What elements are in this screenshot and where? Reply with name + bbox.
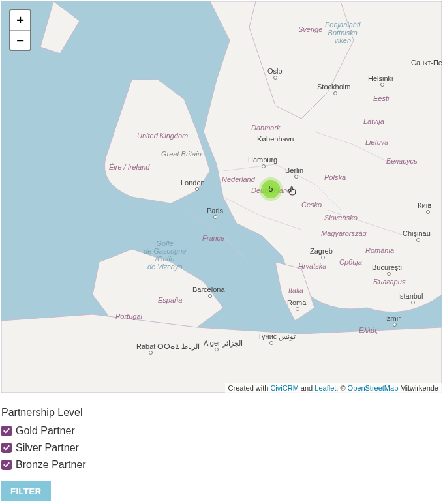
- filter-panel: Partnership Level Gold Partner Silver Pa…: [0, 394, 443, 504]
- check-icon: [3, 444, 10, 452]
- filter-label-bronze: Bronze Partner: [16, 459, 86, 471]
- checkbox-bronze[interactable]: [1, 460, 12, 470]
- check-icon: [3, 461, 10, 469]
- filter-label-silver: Silver Partner: [16, 442, 79, 454]
- attr-suffix: Mitwirkende: [398, 384, 438, 392]
- zoom-out-button[interactable]: −: [10, 30, 30, 50]
- filter-label-gold: Gold Partner: [16, 425, 75, 437]
- attr-osm-link[interactable]: OpenStreetMap: [348, 384, 399, 392]
- map-attribution: Created with CiviCRM and Leaflet, © Open…: [225, 383, 442, 393]
- attr-prefix: Created with: [228, 384, 271, 392]
- attr-and: and: [299, 384, 314, 392]
- filter-title: Partnership Level: [1, 407, 442, 419]
- attr-comma: , ©: [336, 384, 347, 392]
- map-container[interactable]: + − United Kingdom Great Britain Éire / …: [1, 1, 442, 393]
- attr-civicrm-link[interactable]: CiviCRM: [270, 384, 298, 392]
- cluster-count: 5: [269, 185, 273, 194]
- map-background: [1, 1, 442, 393]
- checkbox-gold[interactable]: [1, 426, 12, 436]
- filter-option-gold: Gold Partner: [1, 425, 442, 437]
- check-icon: [3, 427, 10, 435]
- cluster-marker[interactable]: 5: [259, 177, 283, 201]
- zoom-controls: + −: [9, 9, 31, 51]
- zoom-in-button[interactable]: +: [10, 10, 30, 30]
- filter-option-silver: Silver Partner: [1, 442, 442, 454]
- attr-leaflet-link[interactable]: Leaflet: [314, 384, 336, 392]
- filter-button[interactable]: FILTER: [1, 481, 51, 501]
- filter-option-bronze: Bronze Partner: [1, 459, 442, 471]
- checkbox-silver[interactable]: [1, 443, 12, 453]
